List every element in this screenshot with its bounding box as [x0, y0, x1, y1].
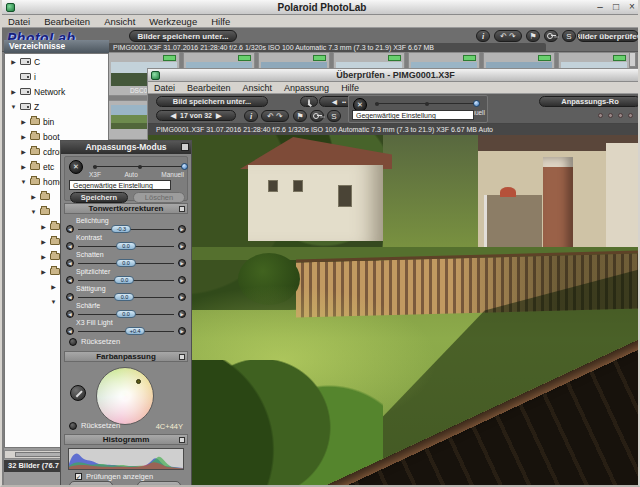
zoom-out-icon[interactable]: ◀ — [332, 98, 337, 105]
collapse-icon[interactable] — [179, 206, 185, 212]
expander-icon[interactable]: ▼ — [50, 299, 57, 305]
color-section-header[interactable]: Farbanpassung — [64, 351, 188, 362]
menu-werkzeuge[interactable]: Werkzeuge — [149, 16, 197, 27]
prev-image-icon[interactable]: ◀ — [171, 112, 176, 120]
close-button[interactable]: × — [626, 1, 638, 12]
mode-slider-thumb[interactable] — [181, 163, 188, 170]
slider-decrease-button[interactable]: ◀ — [66, 327, 74, 335]
expander-icon[interactable]: ▶ — [20, 133, 27, 140]
expander-icon[interactable]: ▶ — [10, 88, 17, 95]
mode-label-x3f[interactable]: X3F — [89, 171, 101, 178]
review-menu-hilfe[interactable]: Hilfe — [341, 83, 359, 93]
delete-preset-button[interactable]: Löschen — [133, 192, 185, 203]
slider-thumb[interactable]: 0.0 — [116, 310, 136, 318]
expander-icon[interactable]: ▶ — [40, 238, 47, 245]
tree-item-i[interactable]: i — [5, 69, 108, 84]
tree-item-z[interactable]: ▼Z — [5, 99, 108, 114]
tree-item-c[interactable]: ▶C — [5, 54, 108, 69]
menu-datei[interactable]: Datei — [8, 16, 30, 27]
preset-dropdown[interactable]: Gegenwärtige Einstellung ▼ — [69, 180, 171, 190]
color-reset-button[interactable]: Rücksetzen — [69, 421, 120, 430]
slider-thumb[interactable]: 0.0 — [114, 293, 134, 301]
tone-section-header[interactable]: Tonwertkorrekturen — [64, 203, 188, 214]
tone-reset-button[interactable]: Rücksetzen — [69, 337, 120, 346]
photo-canvas[interactable] — [148, 135, 640, 486]
rotate-buttons[interactable]: ↶ ↷ — [494, 30, 522, 42]
slider-increase-button[interactable]: ▶ — [178, 327, 186, 335]
slider-increase-button[interactable]: ▶ — [178, 293, 186, 301]
expander-icon[interactable]: ▼ — [30, 209, 37, 215]
panel-bottom-button[interactable] — [69, 481, 113, 487]
close-icon[interactable] — [181, 143, 189, 151]
minimize-button[interactable]: – — [594, 1, 606, 12]
preset-dropdown[interactable]: Gegenwärtige Einstellung ▼ — [352, 110, 474, 120]
slider-thumb[interactable]: +0.4 — [125, 327, 145, 335]
slider-increase-button[interactable]: ▶ — [178, 259, 186, 267]
tree-item-network[interactable]: ▶Network — [5, 84, 108, 99]
mode-slider-track[interactable] — [375, 103, 479, 104]
rotate-right-icon[interactable]: ↷ — [276, 112, 283, 121]
save-images-button[interactable]: Bilder speichern unter... — [129, 30, 237, 42]
menu-bearbeiten[interactable]: Bearbeiten — [44, 16, 90, 27]
eyedropper-icon[interactable] — [70, 385, 86, 401]
lock-button[interactable] — [544, 30, 558, 42]
slider-decrease-button[interactable]: ◀ — [66, 225, 74, 233]
review-menu-bearbeiten[interactable]: Bearbeiten — [187, 83, 231, 93]
mode-slider-thumb[interactable] — [473, 100, 480, 107]
slider-decrease-button[interactable]: ◀ — [66, 276, 74, 284]
color-wheel[interactable] — [96, 367, 154, 425]
rotate-left-icon[interactable]: ↶ — [500, 32, 507, 41]
info-icon[interactable]: i — [476, 30, 490, 42]
expander-icon[interactable]: ▶ — [40, 253, 47, 260]
s-icon[interactable]: S — [562, 30, 576, 42]
adjustment-rotate-button[interactable]: Anpassungs-Ro — [539, 96, 640, 107]
expander-icon[interactable]: ▼ — [20, 179, 27, 185]
color-rating-dots[interactable] — [598, 113, 633, 118]
expander-icon[interactable]: ▶ — [20, 118, 27, 125]
rotate-right-icon[interactable]: ↷ — [509, 32, 516, 41]
slider-thumb[interactable]: 0.0 — [114, 276, 134, 284]
slider-decrease-button[interactable]: ◀ — [66, 293, 74, 301]
color-wheel-marker[interactable] — [136, 379, 141, 384]
expander-icon[interactable]: ▼ — [10, 104, 17, 110]
mode-label-manuell[interactable]: Manuell — [161, 171, 184, 178]
expander-icon[interactable]: ▶ — [10, 58, 17, 65]
slider-increase-button[interactable]: ▶ — [178, 310, 186, 318]
rotate-left-icon[interactable]: ↶ — [267, 112, 274, 121]
panel-bottom-button[interactable] — [137, 481, 181, 487]
filmstrip-scrollbar[interactable] — [629, 52, 636, 67]
image-nav-control[interactable]: ◀ 17 von 32 ▶ — [156, 110, 236, 121]
collapse-icon[interactable] — [179, 354, 185, 360]
lock-button[interactable] — [310, 110, 324, 122]
expander-icon[interactable]: ▶ — [40, 223, 47, 230]
mode-label-auto[interactable]: Auto — [124, 171, 137, 178]
menu-ansicht[interactable]: Ansicht — [104, 16, 135, 27]
slider-thumb[interactable]: 0.0 — [116, 259, 136, 267]
expander-icon[interactable]: ▶ — [20, 163, 27, 170]
menu-hilfe[interactable]: Hilfe — [211, 16, 230, 27]
review-titlebar[interactable]: Überprüfen - PIMG0001.X3F — [148, 69, 640, 82]
slider-decrease-button[interactable]: ◀ — [66, 242, 74, 250]
review-menu-datei[interactable]: Datei — [154, 83, 175, 93]
review-images-button[interactable]: Bilder überprüfen — [577, 30, 639, 42]
flag-icon[interactable]: ⚑ — [526, 30, 540, 42]
expander-icon[interactable]: ▶ — [20, 148, 27, 155]
review-menu-anpassung[interactable]: Anpassung — [284, 83, 329, 93]
s-icon[interactable]: S — [327, 110, 341, 122]
slider-decrease-button[interactable]: ◀ — [66, 259, 74, 267]
expander-icon[interactable]: ▶ — [30, 193, 37, 200]
slider-increase-button[interactable]: ▶ — [178, 276, 186, 284]
slider-decrease-button[interactable]: ◀ — [66, 310, 74, 318]
warnings-checkbox[interactable]: ✓ Prüfungen anzeigen — [75, 472, 153, 481]
tree-item-bin[interactable]: ▶bin — [5, 114, 108, 129]
flag-icon[interactable]: ⚑ — [293, 110, 307, 122]
slider-increase-button[interactable]: ▶ — [178, 225, 186, 233]
slider-thumb[interactable]: -0.3 — [111, 225, 131, 233]
slider-increase-button[interactable]: ▶ — [178, 242, 186, 250]
save-image-button[interactable]: Bild speichern unter... — [156, 96, 268, 107]
zoom-tool-button[interactable] — [300, 96, 318, 107]
info-icon[interactable]: i — [244, 110, 258, 122]
histogram-section-header[interactable]: Histogramm — [64, 434, 188, 445]
collapse-icon[interactable] — [179, 437, 185, 443]
expander-icon[interactable]: ▶ — [50, 283, 57, 290]
